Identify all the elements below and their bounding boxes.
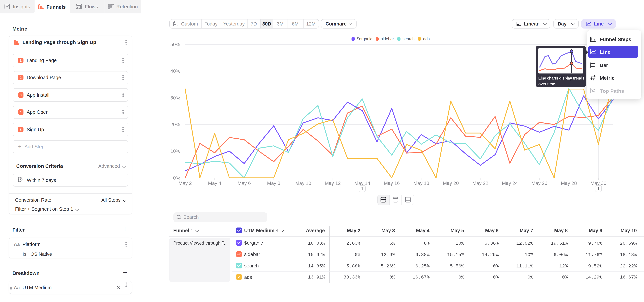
svg-text:May 14: May 14 — [354, 180, 370, 186]
svg-text:May 12: May 12 — [324, 180, 340, 186]
svg-text:50%: 50% — [170, 42, 180, 47]
svg-text:40%: 40% — [170, 68, 180, 74]
svg-text:May 2: May 2 — [178, 180, 192, 186]
svg-text:1: 1 — [597, 186, 600, 191]
svg-text:30%: 30% — [170, 95, 180, 100]
svg-text:May 6: May 6 — [238, 180, 251, 186]
svg-text:May 16: May 16 — [384, 180, 400, 186]
svg-text:20%: 20% — [170, 122, 180, 127]
svg-text:May 30: May 30 — [590, 180, 606, 186]
svg-text:May 22: May 22 — [472, 180, 488, 186]
svg-text:May 20: May 20 — [442, 180, 458, 186]
svg-text:May 8: May 8 — [267, 180, 280, 186]
svg-text:May 18: May 18 — [413, 180, 429, 186]
svg-text:May 24: May 24 — [502, 180, 518, 186]
svg-text:0%: 0% — [173, 175, 180, 180]
svg-text:May 10: May 10 — [295, 180, 311, 186]
svg-text:1: 1 — [361, 186, 363, 191]
svg-text:May 28: May 28 — [561, 180, 576, 186]
svg-text:May 26: May 26 — [531, 180, 547, 186]
svg-text:10%: 10% — [170, 148, 180, 154]
svg-text:May 4: May 4 — [208, 180, 221, 186]
